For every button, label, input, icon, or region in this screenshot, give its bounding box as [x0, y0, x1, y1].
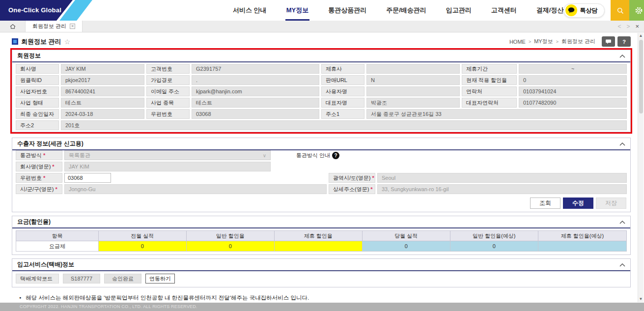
scrollbar-thumb[interactable]: [639, 40, 643, 113]
tab-member-info[interactable]: 회원정보 관리 ×: [26, 21, 83, 32]
zip-label: 우편번호: [146, 109, 190, 119]
member-info-header[interactable]: 회원정보: [12, 50, 630, 62]
scroll-down-icon[interactable]: ▼: [639, 296, 643, 302]
district-value: Jongno-Gu: [64, 184, 327, 194]
zip-value: 03068: [192, 109, 319, 119]
collapse-chevron-icon[interactable]: [619, 220, 625, 224]
collapse-chevron-icon[interactable]: [619, 54, 625, 58]
phone-value: 01037941024: [519, 86, 627, 96]
business-no-label: 사업자번호: [16, 86, 59, 96]
question-mark-icon[interactable]: ?: [332, 152, 339, 159]
settings-button[interactable]: [629, 0, 644, 21]
exporter-info-title: 수출자 정보(세관 신고용): [17, 140, 84, 148]
page-title-icon: [12, 38, 18, 45]
home-icon: [9, 23, 16, 30]
fees-header[interactable]: 요금(할인율): [12, 216, 630, 228]
company-name-label: 회사명: [16, 64, 59, 74]
required-mark: *: [43, 152, 45, 158]
gear-icon: [634, 6, 644, 15]
home-tab[interactable]: [0, 21, 26, 32]
nav-item-customer-center[interactable]: 고객센터: [491, 0, 517, 21]
partner-label: 제휴사: [321, 64, 364, 74]
join-route-label: 가입경로: [146, 75, 190, 85]
required-mark: *: [372, 175, 374, 181]
main-nav: 서비스 안내 MY정보 통관상품관리 주문/배송관리 입고관리 고객센터 결제/…: [233, 0, 563, 21]
company-en-row: 회사명(영문)* JAY KIM: [12, 162, 630, 171]
nav-item-inbound[interactable]: 입고관리: [446, 0, 472, 21]
general-discount-value: 0: [186, 241, 274, 252]
search-action-button[interactable]: 조회: [530, 198, 560, 209]
member-info-title: 회원정보: [17, 52, 41, 60]
page-title: 회원정보 관리: [21, 37, 61, 46]
prev-month-value: 0: [98, 241, 186, 252]
breadcrumb-home[interactable]: HOME: [509, 39, 526, 45]
exporter-info-header[interactable]: 수출자 정보(세관 신고용): [12, 138, 630, 150]
link-account-button[interactable]: 연동하기: [145, 274, 175, 283]
breadcrumb-sep-icon: >: [529, 39, 531, 44]
nav-item-payment[interactable]: 결제/정산: [536, 0, 564, 21]
province-value: Seoul: [377, 173, 627, 183]
search-button[interactable]: [611, 0, 629, 21]
province-label: 광역시/도(영문)*: [329, 173, 375, 183]
approval-date-value: 2024-03-18: [61, 109, 144, 119]
zip-en-row: 우편번호* 광역시/도(영문)* Seoul: [12, 173, 630, 183]
address-detail-value: 33, Sungkyunkwan-ro 16-gil: [377, 184, 627, 194]
breadcrumb-my-info[interactable]: MY정보: [534, 38, 553, 45]
consult-shortcut-button[interactable]: [602, 36, 615, 47]
district-row: 시/군/구(영문)* Jongno-Gu 상세주소(영문)* 33, Sungk…: [12, 184, 630, 194]
delivery-header[interactable]: 입고서비스(택배)정보: [12, 259, 630, 271]
service-note-text: 해당 서비스는 해외판매상품을 '방문픽업부터 인천공항 내 한진물류센터까지 …: [26, 294, 309, 302]
page-title-bar: 회원정보 관리 ☆ HOME > MY정보 > 회원정보 관리 ?: [12, 35, 631, 48]
ceo-phone-value: 01077482090: [519, 98, 627, 108]
search-icon: [616, 6, 625, 15]
address2-value: 201호: [61, 120, 627, 130]
business-type-label: 사업 형태: [16, 98, 59, 108]
favorite-star-icon[interactable]: ☆: [64, 38, 71, 45]
collapse-chevron-icon[interactable]: [619, 142, 625, 146]
tab-scroll-controls: < > ×: [617, 21, 644, 32]
customs-method-select[interactable]: 목록통관 ∨: [64, 150, 271, 160]
fees-title: 요금(할인율): [17, 218, 51, 226]
sales-url-value: N: [366, 75, 460, 85]
help-button[interactable]: ?: [617, 36, 631, 47]
customer-no-value: G2391757: [192, 64, 319, 74]
nav-item-service-guide[interactable]: 서비스 안내: [233, 0, 267, 21]
tab-close-icon[interactable]: ×: [70, 24, 75, 29]
required-mark: *: [55, 186, 57, 192]
required-mark: *: [52, 164, 54, 170]
current-discount-value: 0: [519, 75, 627, 85]
bullet-icon: ●: [19, 296, 21, 299]
nav-item-my-info[interactable]: MY정보: [286, 0, 309, 21]
col-general-discount-est: 일반 할인율(예상): [450, 231, 538, 241]
edit-button[interactable]: 수정: [563, 198, 593, 209]
company-en-label: 회사명(영문)*: [16, 162, 62, 171]
vertical-scrollbar[interactable]: ▲ ▼: [638, 33, 644, 302]
zip-input[interactable]: [64, 173, 111, 183]
copyright-footer: COPYRIGHT 2022. HANJIN TRANSPORTATION CO…: [0, 303, 644, 311]
partner-discount-value: [274, 241, 362, 252]
zip-en-label: 우편번호*: [16, 173, 62, 183]
col-partner-discount: 제휴 할인율: [274, 231, 362, 241]
address-detail-label: 상세주소(영문)*: [329, 184, 375, 194]
scroll-up-icon[interactable]: ▲: [639, 33, 643, 39]
logo[interactable]: One-Click Global: [0, 0, 104, 21]
nav-item-order-shipping[interactable]: 주문/배송관리: [386, 0, 426, 21]
member-info-grid: 회사명 JAY KIM 고객번호 G2391757 제휴사 제휴기간 ~ 원클릭…: [12, 62, 630, 132]
fees-table: 항목 전월 실적 일반 할인율 제휴 할인율 당월 실적 일반 할인율(예상) …: [16, 230, 627, 252]
tabs-close-all-icon[interactable]: ×: [635, 23, 639, 30]
customs-guide-label[interactable]: 통관방식 안내: [296, 152, 330, 159]
nav-item-customs-product[interactable]: 통관상품관리: [328, 0, 366, 21]
content-area: 회원정보 관리 ☆ HOME > MY정보 > 회원정보 관리 ?: [0, 32, 644, 302]
service-note: ● 해당 서비스는 해외판매상품을 '방문픽업부터 인천공항 내 한진물류센터까…: [19, 294, 630, 302]
tab-next-icon[interactable]: >: [626, 23, 630, 30]
tab-prev-icon[interactable]: <: [617, 23, 621, 30]
save-button[interactable]: 저장: [596, 198, 626, 209]
collapse-chevron-icon[interactable]: [619, 263, 625, 267]
col-partner-discount-est: 제휴 할인율(예상): [538, 231, 626, 241]
chevron-down-icon: ∨: [263, 153, 266, 158]
talk-consult-button[interactable]: 톡상담: [563, 3, 605, 18]
oneclick-id-value: pkjoe2017: [61, 75, 144, 85]
fees-header-row: 항목 전월 실적 일반 할인율 제휴 할인율 당월 실적 일반 할인율(예상) …: [16, 231, 627, 241]
delivery-row: 택배계약코드 S187777 승인완료 연동하기: [12, 271, 630, 287]
logo-text: One-Click Global: [8, 0, 61, 21]
